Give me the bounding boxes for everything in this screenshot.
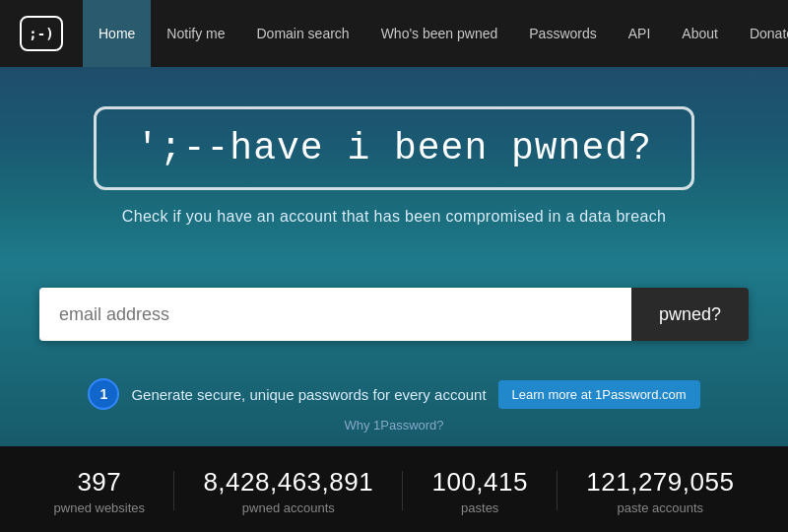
stat-divider-1	[173, 471, 174, 510]
hero-title: ';--have i been pwned?	[136, 127, 652, 169]
hero-section: ';--have i been pwned? Check if you have…	[0, 67, 788, 260]
stat-number-pastes: 100,415	[431, 467, 527, 498]
stat-divider-3	[557, 471, 558, 510]
nav-item-domain-search[interactable]: Domain search	[240, 0, 364, 67]
onepassword-learn-more-button[interactable]: Learn more at 1Password.com	[498, 380, 700, 409]
nav-item-about[interactable]: About	[666, 0, 734, 67]
hero-title-box: ';--have i been pwned?	[94, 106, 694, 190]
nav-item-whos-been-pwned[interactable]: Who's been pwned	[365, 0, 514, 67]
nav-item-api[interactable]: API	[613, 0, 667, 67]
stat-label-pastes: pastes	[431, 500, 527, 515]
onepassword-banner: 1 Generate secure, unique passwords for …	[0, 365, 788, 446]
stat-label-paste-accounts: paste accounts	[586, 500, 734, 515]
stat-pwned-accounts: 8,428,463,891 pwned accounts	[203, 467, 373, 515]
stat-number-paste-accounts: 121,279,055	[586, 467, 734, 498]
logo-text: ;-)	[29, 26, 53, 41]
nav-item-home[interactable]: Home	[83, 0, 151, 67]
onepassword-why-link[interactable]: Why 1Password?	[344, 418, 443, 432]
onepassword-row: 1 Generate secure, unique passwords for …	[88, 378, 699, 410]
donate-label: Donate	[750, 26, 788, 41]
search-input[interactable]	[39, 288, 631, 341]
stat-number-websites: 397	[54, 467, 146, 498]
hero-subtitle: Check if you have an account that has be…	[20, 208, 768, 226]
stat-pastes: 100,415 pastes	[431, 467, 527, 515]
nav-item-passwords[interactable]: Passwords	[513, 0, 612, 67]
onepassword-icon-text: 1	[99, 386, 107, 402]
navbar: ;-) Home Notify me Domain search Who's b…	[0, 0, 788, 67]
nav-item-donate[interactable]: Donate ₿ 🅿	[734, 0, 788, 67]
stat-number-accounts: 8,428,463,891	[203, 467, 373, 498]
stat-label-websites: pwned websites	[54, 500, 146, 515]
stat-divider-2	[402, 471, 403, 510]
onepassword-icon: 1	[88, 378, 119, 410]
stat-paste-accounts: 121,279,055 paste accounts	[586, 467, 734, 515]
nav-items: Home Notify me Domain search Who's been …	[83, 0, 788, 67]
nav-item-notify[interactable]: Notify me	[151, 0, 240, 67]
search-bar: pwned?	[39, 288, 749, 341]
site-logo[interactable]: ;-)	[20, 16, 63, 51]
stats-section: 397 pwned websites 8,428,463,891 pwned a…	[0, 446, 788, 532]
stat-label-accounts: pwned accounts	[203, 500, 373, 515]
pwned-button[interactable]: pwned?	[631, 288, 749, 341]
stat-pwned-websites: 397 pwned websites	[54, 467, 146, 515]
search-section: pwned?	[0, 260, 788, 365]
onepassword-message: Generate secure, unique passwords for ev…	[131, 386, 486, 403]
